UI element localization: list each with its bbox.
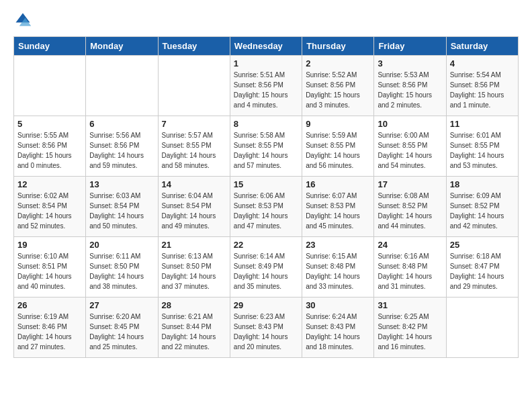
day-info: Sunrise: 5:56 AM Sunset: 8:56 PM Dayligh… — [89, 130, 154, 171]
day-number: 31 — [378, 300, 442, 310]
calendar-cell — [446, 298, 518, 358]
calendar-cell: 28Sunrise: 6:21 AM Sunset: 8:44 PM Dayli… — [158, 298, 230, 358]
day-info: Sunrise: 6:10 AM Sunset: 8:51 PM Dayligh… — [17, 251, 82, 291]
day-info: Sunrise: 5:51 AM Sunset: 8:56 PM Dayligh… — [234, 70, 298, 110]
day-number: 13 — [89, 179, 154, 189]
calendar-cell: 6Sunrise: 5:56 AM Sunset: 8:56 PM Daylig… — [86, 116, 158, 177]
calendar-cell: 21Sunrise: 6:13 AM Sunset: 8:50 PM Dayli… — [158, 237, 230, 298]
day-info: Sunrise: 5:54 AM Sunset: 8:56 PM Dayligh… — [450, 70, 515, 110]
day-info: Sunrise: 6:24 AM Sunset: 8:43 PM Dayligh… — [306, 312, 370, 352]
calendar-cell: 11Sunrise: 6:01 AM Sunset: 8:55 PM Dayli… — [446, 116, 518, 177]
calendar-cell: 25Sunrise: 6:18 AM Sunset: 8:47 PM Dayli… — [446, 237, 518, 298]
day-number: 20 — [89, 240, 154, 250]
calendar-cell: 4Sunrise: 5:54 AM Sunset: 8:56 PM Daylig… — [446, 56, 518, 116]
day-info: Sunrise: 6:03 AM Sunset: 8:54 PM Dayligh… — [89, 191, 154, 231]
day-number: 25 — [450, 240, 515, 250]
day-number: 11 — [450, 119, 515, 129]
calendar-cell: 22Sunrise: 6:14 AM Sunset: 8:49 PM Dayli… — [230, 237, 302, 298]
day-info: Sunrise: 6:01 AM Sunset: 8:55 PM Dayligh… — [450, 130, 515, 171]
day-info: Sunrise: 6:08 AM Sunset: 8:52 PM Dayligh… — [378, 191, 442, 231]
day-number: 15 — [234, 179, 298, 189]
week-row-2: 5Sunrise: 5:55 AM Sunset: 8:56 PM Daylig… — [14, 116, 519, 177]
col-header-thursday: Thursday — [302, 37, 374, 56]
day-info: Sunrise: 6:11 AM Sunset: 8:50 PM Dayligh… — [89, 251, 154, 291]
day-info: Sunrise: 6:02 AM Sunset: 8:54 PM Dayligh… — [17, 191, 82, 231]
day-number: 2 — [306, 58, 370, 68]
col-header-friday: Friday — [374, 37, 446, 56]
day-number: 14 — [162, 179, 226, 189]
week-row-4: 19Sunrise: 6:10 AM Sunset: 8:51 PM Dayli… — [14, 237, 519, 298]
header-row: SundayMondayTuesdayWednesdayThursdayFrid… — [14, 37, 519, 56]
day-info: Sunrise: 6:00 AM Sunset: 8:55 PM Dayligh… — [378, 130, 442, 171]
calendar-cell: 26Sunrise: 6:19 AM Sunset: 8:46 PM Dayli… — [14, 298, 86, 358]
day-number: 27 — [89, 300, 154, 310]
day-number: 29 — [234, 300, 298, 310]
calendar-cell: 23Sunrise: 6:15 AM Sunset: 8:48 PM Dayli… — [302, 237, 374, 298]
day-number: 23 — [306, 240, 370, 250]
day-number: 7 — [162, 119, 226, 129]
day-number: 8 — [234, 119, 298, 129]
page: SundayMondayTuesdayWednesdayThursdayFrid… — [0, 0, 532, 369]
calendar-cell: 27Sunrise: 6:20 AM Sunset: 8:45 PM Dayli… — [86, 298, 158, 358]
day-info: Sunrise: 5:53 AM Sunset: 8:56 PM Dayligh… — [378, 70, 442, 110]
calendar-table: SundayMondayTuesdayWednesdayThursdayFrid… — [13, 36, 519, 358]
day-info: Sunrise: 6:04 AM Sunset: 8:54 PM Dayligh… — [162, 191, 226, 231]
calendar-cell: 9Sunrise: 5:59 AM Sunset: 8:55 PM Daylig… — [302, 116, 374, 177]
day-info: Sunrise: 5:55 AM Sunset: 8:56 PM Dayligh… — [17, 130, 82, 171]
day-info: Sunrise: 6:06 AM Sunset: 8:53 PM Dayligh… — [234, 191, 298, 231]
calendar-cell: 14Sunrise: 6:04 AM Sunset: 8:54 PM Dayli… — [158, 177, 230, 237]
day-number: 5 — [17, 119, 82, 129]
day-number: 4 — [450, 58, 515, 68]
day-info: Sunrise: 5:58 AM Sunset: 8:55 PM Dayligh… — [234, 130, 298, 171]
day-number: 12 — [17, 179, 82, 189]
calendar-cell: 2Sunrise: 5:52 AM Sunset: 8:56 PM Daylig… — [302, 56, 374, 116]
day-number: 19 — [17, 240, 82, 250]
calendar-cell: 19Sunrise: 6:10 AM Sunset: 8:51 PM Dayli… — [14, 237, 86, 298]
calendar-cell — [86, 56, 158, 116]
calendar-cell: 8Sunrise: 5:58 AM Sunset: 8:55 PM Daylig… — [230, 116, 302, 177]
day-info: Sunrise: 6:13 AM Sunset: 8:50 PM Dayligh… — [162, 251, 226, 291]
day-info: Sunrise: 6:14 AM Sunset: 8:49 PM Dayligh… — [234, 251, 298, 291]
day-info: Sunrise: 5:59 AM Sunset: 8:55 PM Dayligh… — [306, 130, 370, 171]
calendar-cell: 20Sunrise: 6:11 AM Sunset: 8:50 PM Dayli… — [86, 237, 158, 298]
day-number: 10 — [378, 119, 442, 129]
col-header-tuesday: Tuesday — [158, 37, 230, 56]
day-info: Sunrise: 6:16 AM Sunset: 8:48 PM Dayligh… — [378, 251, 442, 291]
day-number: 24 — [378, 240, 442, 250]
calendar-cell: 3Sunrise: 5:53 AM Sunset: 8:56 PM Daylig… — [374, 56, 446, 116]
calendar-cell: 24Sunrise: 6:16 AM Sunset: 8:48 PM Dayli… — [374, 237, 446, 298]
col-header-saturday: Saturday — [446, 37, 518, 56]
calendar-cell: 30Sunrise: 6:24 AM Sunset: 8:43 PM Dayli… — [302, 298, 374, 358]
day-info: Sunrise: 6:20 AM Sunset: 8:45 PM Dayligh… — [89, 312, 154, 352]
calendar-cell: 12Sunrise: 6:02 AM Sunset: 8:54 PM Dayli… — [14, 177, 86, 237]
logo-icon — [13, 11, 32, 30]
calendar-cell: 13Sunrise: 6:03 AM Sunset: 8:54 PM Dayli… — [86, 177, 158, 237]
calendar-cell: 7Sunrise: 5:57 AM Sunset: 8:55 PM Daylig… — [158, 116, 230, 177]
calendar-cell: 17Sunrise: 6:08 AM Sunset: 8:52 PM Dayli… — [374, 177, 446, 237]
day-info: Sunrise: 5:57 AM Sunset: 8:55 PM Dayligh… — [162, 130, 226, 171]
week-row-1: 1Sunrise: 5:51 AM Sunset: 8:56 PM Daylig… — [14, 56, 519, 116]
calendar-cell — [158, 56, 230, 116]
header — [13, 11, 519, 30]
calendar-cell: 16Sunrise: 6:07 AM Sunset: 8:53 PM Dayli… — [302, 177, 374, 237]
calendar-cell: 5Sunrise: 5:55 AM Sunset: 8:56 PM Daylig… — [14, 116, 86, 177]
day-number: 26 — [17, 300, 82, 310]
day-number: 18 — [450, 179, 515, 189]
day-info: Sunrise: 6:23 AM Sunset: 8:43 PM Dayligh… — [234, 312, 298, 352]
calendar-cell: 1Sunrise: 5:51 AM Sunset: 8:56 PM Daylig… — [230, 56, 302, 116]
day-number: 21 — [162, 240, 226, 250]
day-info: Sunrise: 6:07 AM Sunset: 8:53 PM Dayligh… — [306, 191, 370, 231]
col-header-wednesday: Wednesday — [230, 37, 302, 56]
day-info: Sunrise: 6:19 AM Sunset: 8:46 PM Dayligh… — [17, 312, 82, 352]
day-number: 3 — [378, 58, 442, 68]
col-header-monday: Monday — [86, 37, 158, 56]
day-number: 6 — [89, 119, 154, 129]
day-info: Sunrise: 5:52 AM Sunset: 8:56 PM Dayligh… — [306, 70, 370, 110]
day-info: Sunrise: 6:18 AM Sunset: 8:47 PM Dayligh… — [450, 251, 515, 291]
col-header-sunday: Sunday — [14, 37, 86, 56]
day-number: 9 — [306, 119, 370, 129]
calendar-cell: 10Sunrise: 6:00 AM Sunset: 8:55 PM Dayli… — [374, 116, 446, 177]
day-info: Sunrise: 6:15 AM Sunset: 8:48 PM Dayligh… — [306, 251, 370, 291]
calendar-cell: 15Sunrise: 6:06 AM Sunset: 8:53 PM Dayli… — [230, 177, 302, 237]
week-row-3: 12Sunrise: 6:02 AM Sunset: 8:54 PM Dayli… — [14, 177, 519, 237]
